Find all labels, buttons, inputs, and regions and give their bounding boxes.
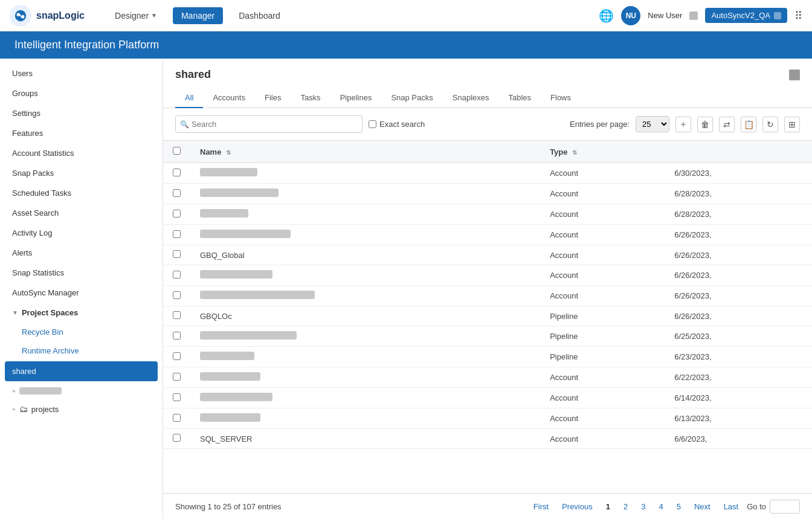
sidebar-item-runtime-archive[interactable]: Runtime Archive [0, 341, 163, 360]
row-checkbox[interactable] [173, 291, 181, 299]
sidebar-item-label: Asset Search [12, 208, 59, 218]
first-page-button[interactable]: First [529, 500, 553, 514]
sidebar-item-label: Snap Statistics [12, 268, 64, 277]
dashboard-button[interactable]: Dashboard [230, 7, 289, 24]
row-name[interactable] [190, 184, 540, 204]
select-all-checkbox[interactable] [173, 147, 181, 155]
row-checkbox[interactable] [173, 169, 181, 176]
row-name[interactable] [190, 204, 540, 225]
sidebar-item-activity-log[interactable]: Activity Log [0, 223, 163, 243]
apps-grid-icon[interactable]: ⠿ [794, 9, 802, 22]
manager-button[interactable]: Manager [173, 7, 223, 24]
row-date: 6/25/2023, [665, 326, 812, 347]
row-date: 6/30/2023, [665, 163, 812, 184]
delete-button[interactable]: 🗑 [697, 117, 713, 132]
sidebar-item-groups[interactable]: Groups [0, 83, 163, 103]
maximize-icon[interactable] [789, 69, 800, 80]
row-checkbox-cell [163, 245, 190, 265]
row-checkbox[interactable] [173, 393, 181, 401]
row-name[interactable] [190, 225, 540, 245]
row-name[interactable]: GBQLOc [190, 306, 540, 326]
page-1-button[interactable]: 1 [601, 500, 615, 514]
row-name[interactable] [190, 286, 540, 306]
row-name[interactable] [190, 367, 540, 388]
import-button[interactable]: ⇄ [719, 117, 735, 132]
tab-all[interactable]: All [175, 88, 203, 108]
row-name[interactable]: GBQ_Global [190, 245, 540, 265]
prev-page-button[interactable]: Previous [557, 500, 598, 514]
tab-tables[interactable]: Tables [498, 88, 541, 108]
sidebar-item-snap-packs[interactable]: Snap Packs [0, 163, 163, 183]
row-name[interactable] [190, 265, 540, 286]
page-4-button[interactable]: 4 [654, 500, 668, 514]
tab-snap-packs[interactable]: Snap Packs [381, 88, 442, 108]
row-checkbox[interactable] [173, 250, 181, 258]
row-name[interactable] [190, 408, 540, 429]
table-row: SQL_SERVERAccount6/6/2023, [163, 429, 812, 449]
row-type: Account [540, 265, 665, 286]
sidebar-item-users[interactable]: Users [0, 63, 163, 83]
add-button[interactable]: ＋ [675, 117, 691, 132]
row-date: 6/26/2023, [665, 245, 812, 265]
sidebar-item-blurred[interactable]: + [0, 382, 163, 399]
row-name[interactable] [190, 163, 540, 184]
tab-pipelines[interactable]: Pipelines [330, 88, 382, 108]
type-col-header[interactable]: Type ⇅ [540, 141, 665, 163]
sidebar-item-autosync-manager[interactable]: AutoSync Manager [0, 283, 163, 303]
row-checkbox[interactable] [173, 230, 181, 238]
org-selector[interactable]: AutoSyncV2_QA [705, 8, 787, 23]
sidebar-item-shared[interactable]: shared [5, 361, 158, 381]
grid-view-button[interactable]: ⊞ [784, 117, 800, 132]
row-name[interactable] [190, 347, 540, 367]
row-name[interactable]: SQL_SERVER [190, 429, 540, 449]
tab-tasks[interactable]: Tasks [291, 88, 330, 108]
tab-accounts[interactable]: Accounts [203, 88, 254, 108]
exact-search-label[interactable]: Exact search [369, 120, 425, 129]
designer-button[interactable]: Designer ▼ [106, 7, 166, 24]
sidebar-item-scheduled-tasks[interactable]: Scheduled Tasks [0, 183, 163, 203]
row-checkbox[interactable] [173, 414, 181, 422]
export-button[interactable]: 📋 [741, 117, 756, 132]
row-name[interactable] [190, 388, 540, 408]
sidebar-item-settings[interactable]: Settings [0, 103, 163, 123]
sidebar-item-asset-search[interactable]: Asset Search [0, 203, 163, 223]
table-row: Account6/28/2023, [163, 184, 812, 204]
row-checkbox[interactable] [173, 434, 181, 442]
row-checkbox[interactable] [173, 271, 181, 279]
sidebar-item-projects[interactable]: + 🗂 projects [0, 399, 163, 419]
page-5-button[interactable]: 5 [672, 500, 686, 514]
sidebar-item-features[interactable]: Features [0, 123, 163, 143]
sidebar-item-snap-statistics[interactable]: Snap Statistics [0, 263, 163, 283]
row-checkbox[interactable] [173, 373, 181, 381]
row-checkbox[interactable] [173, 352, 181, 360]
page-3-button[interactable]: 3 [636, 500, 650, 514]
row-checkbox[interactable] [173, 311, 181, 319]
row-name[interactable] [190, 326, 540, 347]
goto-input[interactable] [770, 500, 800, 514]
row-type: Account [540, 245, 665, 265]
exact-search-checkbox[interactable] [369, 120, 376, 128]
row-checkbox[interactable] [173, 332, 181, 340]
row-checkbox[interactable] [173, 189, 181, 197]
sidebar-section-project-spaces[interactable]: ▼ Project Spaces [0, 303, 163, 323]
sidebar-item-account-statistics[interactable]: Account Statistics [0, 143, 163, 163]
globe-icon[interactable]: 🌐 [599, 8, 614, 23]
tab-snaplexes[interactable]: Snaplexes [443, 88, 499, 108]
date-col-header[interactable] [665, 141, 812, 163]
name-col-header[interactable]: Name ⇅ [190, 141, 540, 163]
sidebar-item-alerts[interactable]: Alerts [0, 243, 163, 263]
snaplogic-logo[interactable] [10, 5, 31, 27]
entries-per-page-select[interactable]: 25 10 50 100 [636, 116, 669, 132]
next-page-button[interactable]: Next [689, 500, 715, 514]
refresh-button[interactable]: ↻ [762, 117, 778, 132]
tab-flows[interactable]: Flows [541, 88, 581, 108]
row-checkbox[interactable] [173, 210, 181, 218]
last-page-button[interactable]: Last [719, 500, 744, 514]
page-2-button[interactable]: 2 [619, 500, 633, 514]
banner-title: Intelligent Integration Platform [14, 39, 159, 51]
tab-files[interactable]: Files [255, 88, 291, 108]
table-row: Account6/26/2023, [163, 225, 812, 245]
user-menu-icon[interactable] [689, 11, 698, 20]
sidebar-item-recycle-bin[interactable]: Recycle Bin [0, 323, 163, 341]
search-input[interactable] [175, 115, 362, 133]
